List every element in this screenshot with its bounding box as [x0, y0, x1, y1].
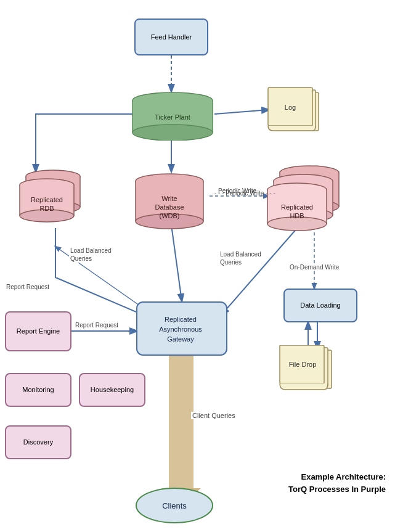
report-request-top-label: Report Request — [5, 284, 51, 290]
client-queries-label: Client Queries — [191, 412, 237, 419]
log-node: Log — [265, 86, 327, 142]
housekeeping-node: Housekeeping — [79, 373, 145, 407]
ticker-plant-node: Ticker Plant — [129, 91, 216, 141]
svg-text:Gateway: Gateway — [167, 335, 194, 343]
rep-hdb-node: Replicated HDB — [265, 159, 351, 239]
svg-text:RDB: RDB — [39, 205, 54, 212]
clients-node: Clients — [134, 487, 214, 524]
periodic-write-inline-label: - - - Periodic Write - - - — [214, 190, 275, 197]
report-request-bottom-label: Report Request — [74, 322, 120, 329]
svg-text:Clients: Clients — [162, 501, 187, 510]
load-balanced-right-label: Load BalancedQueries — [219, 250, 263, 266]
svg-text:Ticker Plant: Ticker Plant — [155, 113, 190, 121]
svg-text:File Drop: File Drop — [289, 361, 317, 368]
svg-text:Database: Database — [155, 203, 184, 211]
file-drop-node: File Drop — [276, 345, 347, 410]
report-engine-node: Report Engine — [5, 311, 71, 351]
svg-text:(WDB): (WDB) — [160, 212, 180, 219]
arch-text: Example Architecture: TorQ Processes In … — [288, 471, 386, 495]
on-demand-write-label: On-Demand Write — [288, 264, 340, 271]
svg-line-1 — [214, 110, 269, 114]
rep-rdb-node: Replicated RDB — [11, 165, 85, 239]
svg-text:Replicated: Replicated — [281, 203, 313, 211]
rep-async-gateway-node: Replicated Asynchronous Gateway — [136, 301, 228, 356]
svg-text:Write: Write — [161, 195, 177, 202]
svg-marker-9 — [169, 350, 193, 488]
svg-text:Replicated: Replicated — [31, 196, 63, 203]
svg-text:HDB: HDB — [290, 212, 304, 219]
monitoring-node: Monitoring — [5, 373, 71, 407]
data-loading-node: Data Loading — [283, 289, 357, 322]
svg-text:Log: Log — [285, 104, 296, 111]
svg-point-14 — [132, 125, 213, 141]
feed-handler-node: Feed Handler — [134, 18, 208, 55]
write-db-node: Write Database (WDB) — [129, 171, 210, 239]
load-balanced-left-label: Load BalancedQueries — [69, 247, 113, 263]
svg-text:Asynchronous: Asynchronous — [159, 325, 202, 333]
discovery-node: Discovery — [5, 425, 71, 459]
svg-text:Replicated: Replicated — [165, 316, 197, 323]
